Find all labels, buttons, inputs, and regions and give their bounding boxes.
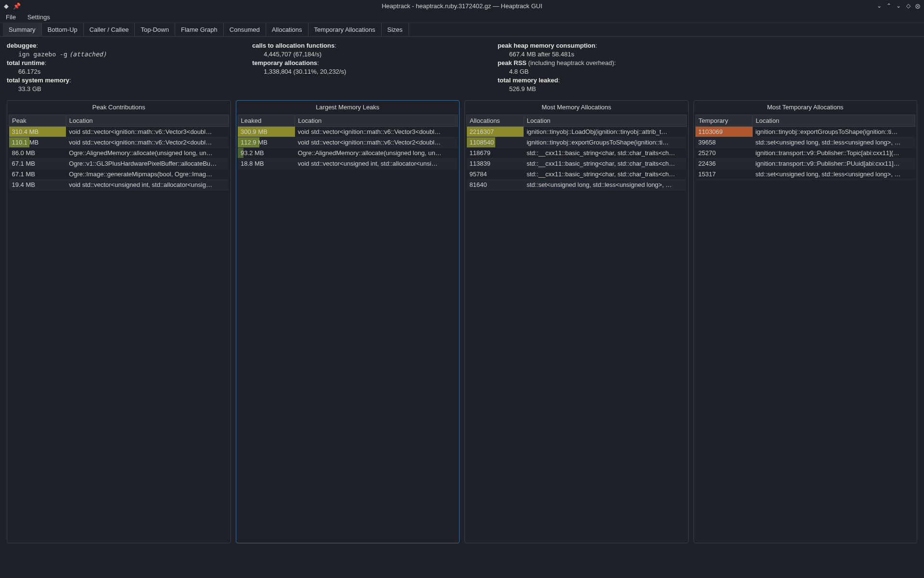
location-cell: void std::vector<ignition::math::v6::Vec… <box>66 127 229 137</box>
table-row[interactable]: 110.1 MBvoid std::vector<ignition::math:… <box>9 137 229 148</box>
panel-alloc-title: Most Memory Allocations <box>465 101 688 115</box>
tab-bottom-up[interactable]: Bottom-Up <box>42 23 84 36</box>
table-row[interactable]: 95784std::__cxx11::basic_string<char, st… <box>467 169 687 180</box>
peak-rss-note: (including heaptrack overhead) <box>528 59 615 66</box>
debuggee-note: (attached) <box>69 51 106 58</box>
menu-file[interactable]: File <box>0 12 22 23</box>
metric-cell: 310.4 MB <box>9 127 66 137</box>
peak-heap-value: 667.4 MB after 58.481s <box>498 50 647 59</box>
metric-cell: 93.2 MB <box>238 148 295 158</box>
alloc-col2[interactable]: Location <box>524 115 686 127</box>
metric-cell: 95784 <box>467 169 524 180</box>
debuggee-cmd: ign gazebo -g <box>18 51 67 58</box>
panel-leaks: Largest Memory Leaks Leaked Location 300… <box>236 100 460 543</box>
tab-sizes[interactable]: Sizes <box>382 23 409 36</box>
table-row[interactable]: 2216307ignition::tinyobj::LoadObj(igniti… <box>467 127 687 137</box>
table-row[interactable]: 81640std::set<unsigned long, std::less<u… <box>467 180 687 190</box>
table-row[interactable]: 300.9 MBvoid std::vector<ignition::math:… <box>238 127 458 137</box>
summary-info: debuggee: ign gazebo -g (attached) total… <box>7 41 917 93</box>
table-row[interactable]: 113839std::__cxx11::basic_string<char, s… <box>467 158 687 169</box>
metric-cell: 18.8 MB <box>238 158 295 169</box>
location-cell: ignition::transport::v9::Publisher::Topi… <box>753 148 915 158</box>
peak-col1[interactable]: Peak <box>9 115 66 127</box>
tab-caller-callee[interactable]: Caller / Callee <box>84 23 135 36</box>
location-cell: void std::vector<ignition::math::v6::Vec… <box>66 137 229 148</box>
location-cell: Ogre::AlignedMemory::allocate(unsigned l… <box>66 148 229 158</box>
location-cell: void std::vector<ignition::math::v6::Vec… <box>295 127 458 137</box>
metric-cell: 15317 <box>695 169 753 180</box>
location-cell: void std::vector<unsigned int, std::allo… <box>295 158 458 169</box>
metric-cell: 19.4 MB <box>9 180 66 190</box>
location-cell: std::__cxx11::basic_string<char, std::ch… <box>524 148 686 158</box>
table-row[interactable]: 15317std::set<unsigned long, std::less<u… <box>695 169 915 180</box>
total-runtime-label: total runtime <box>7 59 45 66</box>
metric-cell: 113839 <box>467 158 524 169</box>
panel-peak: Peak Contributions Peak Location 310.4 M… <box>7 100 231 543</box>
tab-summary[interactable]: Summary <box>3 23 42 36</box>
metric-cell: 118679 <box>467 148 524 158</box>
panel-peak-title: Peak Contributions <box>7 101 231 115</box>
metric-cell: 112.9 MB <box>238 137 295 148</box>
tab-consumed[interactable]: Consumed <box>224 23 266 36</box>
tab-flame-graph[interactable]: Flame Graph <box>175 23 224 36</box>
panel-leaks-title: Largest Memory Leaks <box>236 101 460 115</box>
table-row[interactable]: 39658std::set<unsigned long, std::less<u… <box>695 137 915 148</box>
location-cell: void std::vector<unsigned int, std::allo… <box>66 180 229 190</box>
tab-allocations[interactable]: Allocations <box>266 23 308 36</box>
location-cell: ignition::tinyobj::exportGroupsToShape(i… <box>524 137 686 148</box>
window-title: Heaptrack - heaptrack.ruby.3172402.gz — … <box>0 2 924 10</box>
location-cell: Ogre::AlignedMemory::allocate(unsigned l… <box>295 148 458 158</box>
leaks-col2[interactable]: Location <box>295 115 458 127</box>
location-cell: std::set<unsigned long, std::less<unsign… <box>753 137 915 148</box>
tab-top-down[interactable]: Top-Down <box>135 23 175 36</box>
metric-cell: 1108540 <box>467 137 524 148</box>
tab-temporary-allocations[interactable]: Temporary Allocations <box>308 23 382 36</box>
location-cell: ignition::tinyobj::exportGroupsToShape(i… <box>753 127 915 137</box>
table-row[interactable]: 310.4 MBvoid std::vector<ignition::math:… <box>9 127 229 137</box>
metric-cell: 86.0 MB <box>9 148 66 158</box>
metric-cell: 2216307 <box>467 127 524 137</box>
location-cell: ignition::transport::v9::Publisher::PUui… <box>753 158 915 169</box>
alloc-col1[interactable]: Allocations <box>467 115 524 127</box>
metric-cell: 22436 <box>695 158 753 169</box>
panel-temp: Most Temporary Allocations Temporary Loc… <box>693 100 918 543</box>
calls-value: 4,445,707 (67,184/s) <box>252 50 401 59</box>
metric-cell: 39658 <box>695 137 753 148</box>
table-row[interactable]: 118679std::__cxx11::basic_string<char, s… <box>467 148 687 158</box>
table-row[interactable]: 86.0 MBOgre::AlignedMemory::allocate(uns… <box>9 148 229 158</box>
peak-rss-value: 4.8 GB <box>498 67 647 76</box>
location-cell: ignition::tinyobj::LoadObj(ignition::tin… <box>524 127 686 137</box>
metric-cell: 67.1 MB <box>9 169 66 180</box>
table-row[interactable]: 18.8 MBvoid std::vector<unsigned int, st… <box>238 158 458 169</box>
menu-settings[interactable]: Settings <box>22 12 56 23</box>
peak-rss-label: peak RSS <box>498 59 526 66</box>
metric-cell: 110.1 MB <box>9 137 66 148</box>
table-row[interactable]: 67.1 MBOgre::v1::GL3PlusHardwarePixelBuf… <box>9 158 229 169</box>
table-row[interactable]: 25270ignition::transport::v9::Publisher:… <box>695 148 915 158</box>
table-row[interactable]: 112.9 MBvoid std::vector<ignition::math:… <box>238 137 458 148</box>
temp-alloc-value: 1,338,804 (30.11%, 20,232/s) <box>252 67 401 76</box>
metric-cell: 300.9 MB <box>238 127 295 137</box>
location-cell: std::__cxx11::basic_string<char, std::ch… <box>524 158 686 169</box>
panel-temp-title: Most Temporary Allocations <box>694 101 917 115</box>
temp-col2[interactable]: Location <box>753 115 915 127</box>
table-row[interactable]: 1103069ignition::tinyobj::exportGroupsTo… <box>695 127 915 137</box>
location-cell: std::set<unsigned long, std::less<unsign… <box>524 180 686 190</box>
calls-label: calls to allocation functions <box>252 42 334 49</box>
location-cell: Ogre::v1::GL3PlusHardwarePixelBuffer::al… <box>66 158 229 169</box>
table-row[interactable]: 67.1 MBOgre::Image::generateMipmaps(bool… <box>9 169 229 180</box>
location-cell: std::__cxx11::basic_string<char, std::ch… <box>524 169 686 180</box>
metric-cell: 25270 <box>695 148 753 158</box>
table-row[interactable]: 19.4 MBvoid std::vector<unsigned int, st… <box>9 180 229 190</box>
leaked-label: total memory leaked <box>498 77 558 84</box>
leaks-col1[interactable]: Leaked <box>238 115 295 127</box>
location-cell: Ogre::Image::generateMipmaps(bool, Ogre:… <box>66 169 229 180</box>
debuggee-label: debuggee <box>7 42 36 49</box>
table-row[interactable]: 22436ignition::transport::v9::Publisher:… <box>695 158 915 169</box>
metric-cell: 81640 <box>467 180 524 190</box>
table-row[interactable]: 93.2 MBOgre::AlignedMemory::allocate(uns… <box>238 148 458 158</box>
peak-col2[interactable]: Location <box>66 115 229 127</box>
table-row[interactable]: 1108540ignition::tinyobj::exportGroupsTo… <box>467 137 687 148</box>
metric-cell: 67.1 MB <box>9 158 66 169</box>
temp-col1[interactable]: Temporary <box>695 115 753 127</box>
